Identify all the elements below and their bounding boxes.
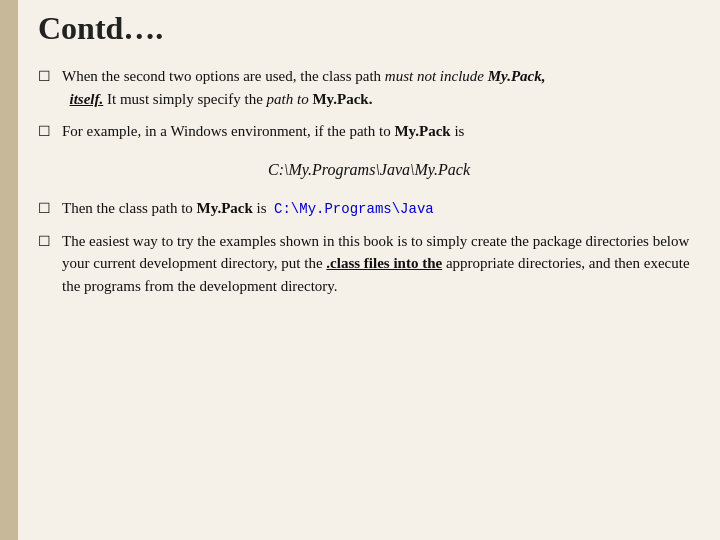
inline-code-1: C:\My.Programs\Java — [274, 201, 434, 217]
code-block-center: C:\My.Programs\Java\My.Pack — [38, 161, 700, 179]
bullet-3: ☐ Then the class path to My.Pack is C:\M… — [38, 197, 700, 220]
bullet-4: ☐ The easiest way to try the examples sh… — [38, 230, 700, 298]
slide-title: Contd…. — [38, 10, 700, 47]
bullet-symbol-1: ☐ — [38, 66, 54, 87]
bullet-text-4: The easiest way to try the examples show… — [62, 230, 700, 298]
bullet-symbol-2: ☐ — [38, 121, 54, 142]
code-text-center: C:\My.Programs\Java\My.Pack — [268, 161, 470, 178]
bullet-2: ☐ For example, in a Windows environment,… — [38, 120, 700, 143]
slide-container: Contd…. ☐ When the second two options ar… — [0, 0, 720, 540]
bullet-1: ☐ When the second two options are used, … — [38, 65, 700, 110]
bullet-text-2: For example, in a Windows environment, i… — [62, 120, 700, 143]
bullet-symbol-4: ☐ — [38, 231, 54, 252]
bullet-text-1: When the second two options are used, th… — [62, 65, 700, 110]
content-area: Contd…. ☐ When the second two options ar… — [18, 0, 720, 540]
bullet-symbol-3: ☐ — [38, 198, 54, 219]
left-decoration — [0, 0, 18, 540]
bullet-text-3: Then the class path to My.Pack is C:\My.… — [62, 197, 700, 220]
